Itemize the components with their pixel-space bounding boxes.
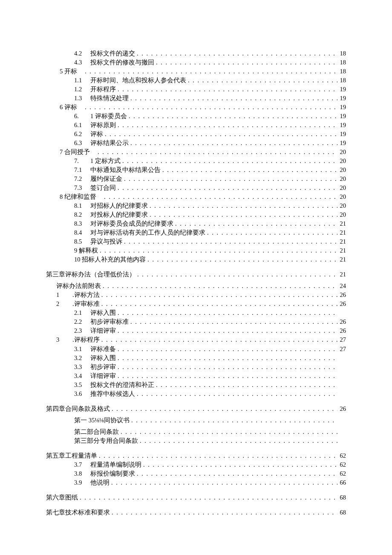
toc-entry: 第三章评标办法（合理低价法）21 [46, 270, 346, 279]
toc-entry: 6.1 评标委员会19 [46, 112, 346, 121]
toc-entry: 8.5异议与投诉21 [46, 237, 346, 246]
toc-entry: 2.评审标准26 [46, 299, 346, 308]
toc-entry-label: 1 评标委员会 [90, 112, 127, 121]
toc-entry-number: 6 评标 [60, 103, 83, 112]
toc-leader-dots [116, 372, 337, 381]
toc-entry: 8.1对招标人的纪律要求20 [46, 201, 346, 210]
toc-entry-page: 62 [337, 451, 346, 460]
table-of-contents: 4.2投标文件的递交184.3投标文件的修改与撤回185 开标181.1开标时间… [46, 49, 346, 517]
toc-entry-label: 投标文件的递交 [90, 49, 135, 58]
toc-leader-dots [110, 508, 337, 517]
toc-entry-label: 对投标人的纪律要求 [90, 210, 148, 219]
toc-entry-page: 20 [337, 210, 346, 219]
toc-entry: 9 解释权21 [46, 246, 346, 255]
toc-entry-label: 签订合同 [90, 183, 116, 192]
toc-leader-dots [122, 237, 337, 246]
toc-leader-dots [116, 85, 337, 94]
toc-entry-page: 19 [337, 121, 346, 130]
toc-entry-number: 3.6 [74, 389, 90, 398]
toc-entry: 5 开标18 [46, 67, 346, 76]
toc-entry: 1.评标方法26 [46, 291, 346, 299]
toc-entry: 3.8标报价编制要求62 [46, 469, 346, 478]
toc-entry-label: 特殊情况处理 [90, 94, 129, 103]
toc-entry-label: 第五章工程量清单 [46, 451, 97, 460]
toc-entry-page: 26 [337, 404, 346, 413]
toc-entry-number: 8.4 [74, 228, 90, 237]
toc-entry-label: 投标文件的澄清和补正 [90, 381, 154, 389]
toc-leader-dots [121, 157, 337, 166]
toc-entry-page: 68 [337, 493, 346, 502]
toc-entry-number: 6.2 [74, 130, 90, 139]
toc-entry-label: 第一 35⅛⅛同协议书 [74, 416, 130, 425]
toc-entry-page: 21 [337, 270, 346, 279]
toc-entry-number: 3.1 [74, 345, 90, 354]
toc-entry-label: 开标程序 [90, 85, 116, 94]
toc-entry-label: 1 定标方式 [90, 157, 121, 166]
toc-leader-dots [119, 427, 337, 436]
toc-leader-dots [101, 282, 337, 291]
toc-entry-page: 26 [337, 326, 346, 335]
toc-entry-number: 3.4 [74, 372, 90, 381]
toc-leader-dots [146, 255, 337, 264]
toc-entry-label: 详细评审 [90, 326, 116, 335]
toc-entry-page: 19 [337, 85, 346, 94]
toc-leader-dots [110, 478, 337, 487]
toc-entry-label: 对招标人的纪律要求 [90, 201, 148, 210]
toc-entry-page: 62 [337, 469, 346, 478]
toc-leader-dots [110, 404, 337, 413]
toc-entry-number: 1 [56, 291, 72, 299]
toc-entry-label: 开标时间、地点和投标人参会代表 [90, 76, 186, 85]
toc-entry-page: 21 [337, 255, 346, 264]
toc-leader-dots [141, 460, 337, 469]
toc-entry: 10 招标人补充的其他内容21 [46, 255, 346, 264]
toc-entry-number: 3 [56, 335, 72, 344]
toc-entry-label: 9 解释权 [74, 246, 98, 255]
toc-leader-dots [100, 335, 337, 344]
toc-entry-page: 21 [337, 246, 346, 255]
toc-entry: 8.4对与评标活动有关的工作人员的纪律要求21 [46, 228, 346, 237]
toc-entry-label: 投标文件的修改与撤回 [90, 58, 154, 67]
toc-entry-number: 5 开标 [60, 67, 83, 76]
toc-entry-label: 评标原则 [90, 121, 116, 130]
toc-entry-page: 19 [337, 94, 346, 103]
toc-entry-page: 20 [337, 166, 346, 174]
toc-leader-dots [154, 58, 337, 67]
toc-entry-number: 2.3 [74, 326, 90, 335]
toc-entry-label: 他说明 [90, 478, 110, 487]
toc-entry-label: 中标通知及中标结果公告 [90, 166, 161, 174]
toc-entry-number: 3.2 [74, 354, 90, 363]
toc-entry-number: 6.1 [74, 121, 90, 130]
toc-leader-dots [135, 270, 337, 279]
toc-entry-page: 18 [337, 76, 346, 85]
toc-entry-page: 18 [337, 67, 346, 76]
toc-entry-label: 初步评审标准 [90, 317, 129, 326]
toc-entry-page: 26 [337, 299, 346, 308]
toc-entry: 7.2履约保证金20 [46, 174, 346, 183]
toc-entry: 3.6推荐中标候选人 [46, 389, 346, 398]
toc-entry-number: 7.1 [74, 166, 90, 174]
toc-entry-label: 评标办法前附表 [56, 282, 101, 291]
toc-entry-label: .评标方法 [72, 291, 100, 299]
toc-leader-dots [116, 345, 337, 354]
toc-entry-page: 18 [337, 49, 346, 58]
toc-entry-number: 8.3 [74, 219, 90, 228]
toc-entry: 2.2初步评审标准26 [46, 317, 346, 326]
toc-entry-number: 7. [74, 157, 90, 166]
toc-leader-dots [148, 201, 337, 210]
toc-entry-page: 19 [337, 112, 346, 121]
toc-entry-page: 19 [337, 103, 346, 112]
toc-leader-dots [122, 174, 337, 183]
toc-entry: 1.1开标时间、地点和投标人参会代表18 [46, 76, 346, 85]
toc-entry: 第六章图纸68 [46, 493, 346, 502]
toc-leader-dots [78, 493, 337, 502]
toc-entry-page: 62 [337, 460, 346, 469]
toc-entry: 2.1评标入围 [46, 308, 346, 317]
toc-entry: 4.2投标文件的递交18 [46, 49, 346, 58]
toc-leader-dots [129, 94, 337, 103]
toc-entry-label: 对评标委员会成员的纪律要求 [90, 219, 173, 228]
toc-entry: 8.3对评标委员会成员的纪律要求21 [46, 219, 346, 228]
toc-entry-page: 20 [337, 157, 346, 166]
toc-leader-dots [154, 381, 337, 389]
toc-entry-page: 19 [337, 130, 346, 139]
toc-entry-label: 评标准备 [90, 345, 116, 354]
